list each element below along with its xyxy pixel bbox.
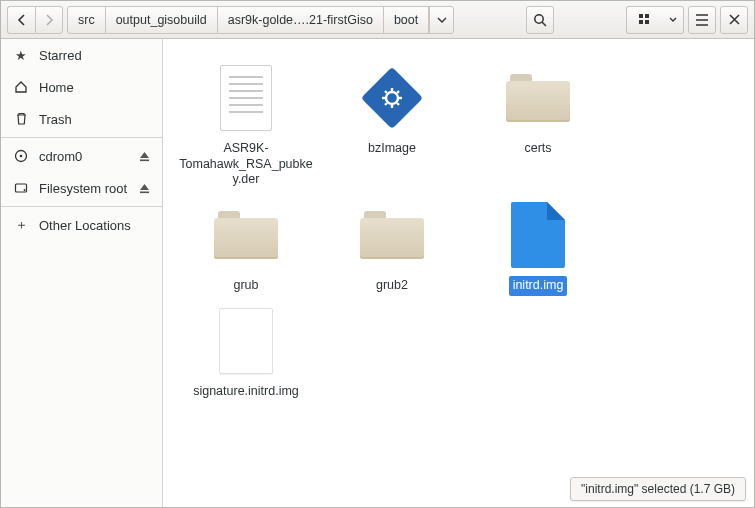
file-icon (503, 200, 573, 270)
breadcrumb: src output_gisobuild asr9k-golde….21-fir… (67, 6, 454, 34)
file-label: grub2 (372, 276, 412, 296)
svg-point-6 (20, 155, 23, 158)
sidebar-separator (1, 206, 162, 207)
headerbar: src output_gisobuild asr9k-golde….21-fir… (1, 1, 754, 39)
sidebar-separator (1, 137, 162, 138)
sidebar-item-other[interactable]: ＋ Other Locations (1, 209, 162, 241)
file-icon (211, 306, 281, 376)
view-controls (626, 6, 684, 34)
status-text: "initrd.img" selected (1.7 GB) (581, 482, 735, 496)
file-label: initrd.img (509, 276, 568, 296)
breadcrumb-dropdown[interactable] (429, 7, 453, 33)
sidebar: ★ Starred Home Trash cdrom0 (1, 39, 163, 507)
close-button[interactable] (720, 6, 748, 34)
view-dropdown[interactable] (662, 6, 684, 34)
file-label: signature.initrd.img (189, 382, 303, 402)
eject-icon[interactable] (139, 183, 150, 194)
sidebar-item-cdrom[interactable]: cdrom0 (1, 140, 162, 172)
file-label: certs (520, 139, 555, 159)
svg-rect-10 (140, 191, 149, 193)
home-icon (13, 80, 29, 94)
svg-rect-2 (645, 14, 649, 18)
file-item[interactable]: grub2 (319, 200, 465, 296)
eject-icon[interactable] (139, 151, 150, 162)
plus-icon: ＋ (13, 216, 29, 234)
folder-icon (503, 63, 573, 133)
sidebar-label: Starred (39, 48, 82, 63)
icon-view-button[interactable] (626, 6, 662, 34)
disc-icon (13, 149, 29, 163)
crumb-1[interactable]: output_gisobuild (106, 7, 218, 33)
drive-icon (13, 181, 29, 195)
file-item[interactable]: bzImage (319, 63, 465, 190)
svg-rect-3 (639, 20, 643, 24)
svg-rect-1 (639, 14, 643, 18)
svg-point-0 (535, 14, 543, 22)
file-grid[interactable]: ASR9K-Tomahawk_RSA_pubkey.der bzImage ce… (163, 39, 754, 507)
star-icon: ★ (13, 48, 29, 63)
file-label: bzImage (364, 139, 420, 159)
crumb-0[interactable]: src (68, 7, 106, 33)
file-label: ASR9K-Tomahawk_RSA_pubkey.der (173, 139, 319, 190)
trash-icon (13, 112, 29, 126)
file-item[interactable]: ASR9K-Tomahawk_RSA_pubkey.der (173, 63, 319, 190)
sidebar-label: Trash (39, 112, 72, 127)
sidebar-label: Other Locations (39, 218, 131, 233)
crumb-2[interactable]: asr9k-golde….21-firstGiso (218, 7, 384, 33)
search-button[interactable] (526, 6, 554, 34)
sidebar-label: Home (39, 80, 74, 95)
hamburger-menu[interactable] (688, 6, 716, 34)
svg-point-9 (24, 189, 26, 191)
file-item[interactable]: certs (465, 63, 611, 190)
file-label: grub (229, 276, 262, 296)
sidebar-item-home[interactable]: Home (1, 71, 162, 103)
text-file-icon (211, 63, 281, 133)
back-button[interactable] (7, 6, 35, 34)
sidebar-item-starred[interactable]: ★ Starred (1, 39, 162, 71)
sidebar-label: cdrom0 (39, 149, 82, 164)
svg-rect-7 (140, 159, 149, 161)
folder-icon (357, 200, 427, 270)
svg-point-11 (386, 92, 398, 104)
sidebar-label: Filesystem root (39, 181, 127, 196)
binary-file-icon (357, 63, 427, 133)
folder-icon (211, 200, 281, 270)
main: ★ Starred Home Trash cdrom0 (1, 39, 754, 507)
nav-buttons (7, 6, 63, 34)
status-bar: "initrd.img" selected (1.7 GB) (570, 477, 746, 501)
svg-rect-4 (645, 20, 649, 24)
sidebar-item-fsroot[interactable]: Filesystem root (1, 172, 162, 204)
sidebar-item-trash[interactable]: Trash (1, 103, 162, 135)
file-item[interactable]: initrd.img (465, 200, 611, 296)
file-item[interactable]: signature.initrd.img (173, 306, 319, 402)
file-item[interactable]: grub (173, 200, 319, 296)
forward-button[interactable] (35, 6, 63, 34)
crumb-3[interactable]: boot (384, 7, 429, 33)
